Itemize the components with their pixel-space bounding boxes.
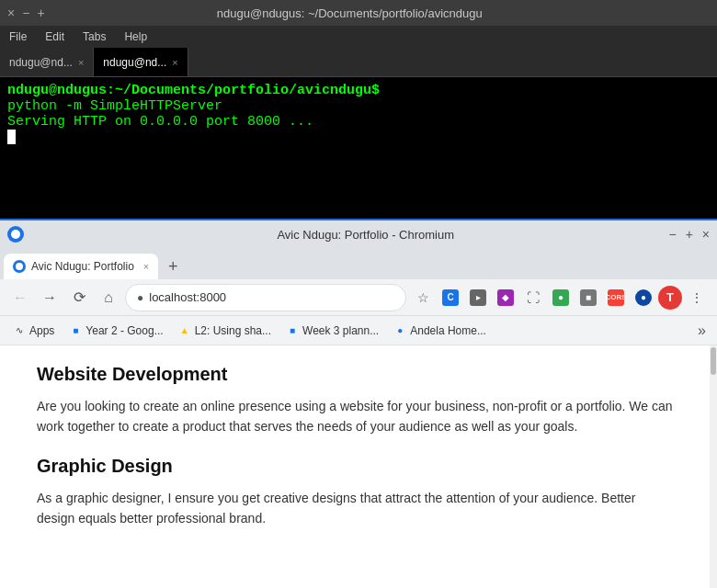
terminal-window: × − + ndugu@ndugus: ~/Documents/portfoli…: [0, 0, 717, 220]
terminal-title: ndugu@ndugus: ~/Documents/portfolio/avic…: [45, 6, 654, 20]
apps-icon: ∿: [13, 324, 26, 337]
address-bar[interactable]: ● localhost:8000: [125, 284, 406, 311]
bookmark-apps[interactable]: ∿ Apps: [7, 322, 60, 339]
browser-maximize-button[interactable]: +: [686, 227, 693, 242]
week3-icon: ■: [286, 324, 299, 337]
browser-close-button[interactable]: ×: [702, 227, 710, 242]
terminal-tab-1[interactable]: ndugu@nd... ×: [0, 48, 94, 76]
terminal-tab-2[interactable]: ndugu@nd... ×: [94, 48, 188, 76]
terminal-prompt-text: ndugu@ndugus:~/Documents/portfolio/avicn…: [7, 83, 380, 98]
browser-content[interactable]: Website Development Are you looking to c…: [0, 345, 710, 588]
bookmark-year2-google-label: Year 2 - Goog...: [85, 324, 163, 337]
browser-titlebar: Avic Ndugu: Portfolio - Chromium − + ×: [0, 220, 717, 248]
l2-icon: ▲: [178, 324, 191, 337]
browser-toolbar: ← → ⟳ ⌂ ● localhost:8000 ☆ C ▸ ◆ ⛶ ● ■: [0, 279, 717, 316]
home-button[interactable]: ⌂: [96, 285, 121, 311]
terminal-content: ndugu@ndugus:~/Documents/portfolio/avicn…: [0, 77, 717, 220]
bookmark-l2-label: L2: Using sha...: [195, 324, 271, 337]
star-button[interactable]: ☆: [410, 285, 436, 311]
section-paragraph-1: Are you looking to create an online pres…: [37, 396, 673, 437]
browser-tab-portfolio[interactable]: Avic Ndugu: Portfolio ×: [4, 254, 158, 279]
avatar[interactable]: T: [658, 286, 682, 310]
browser-title: Avic Ndugu: Portfolio - Chromium: [63, 228, 668, 242]
terminal-line-output: Serving HTTP on 0.0.0.0 port 8000 ...: [7, 114, 710, 130]
bookmark-week3[interactable]: ■ Week 3 plann...: [280, 322, 384, 339]
browser-content-area: Website Development Are you looking to c…: [0, 345, 717, 588]
browser-tab-label: Avic Ndugu: Portfolio: [31, 260, 134, 273]
ext-icon-6[interactable]: ●: [631, 285, 656, 311]
terminal-window-controls: × − +: [7, 6, 45, 20]
toolbar-actions: ☆ C ▸ ◆ ⛶ ● ■ CORS ● T: [410, 285, 710, 311]
year2-google-icon: ■: [69, 324, 82, 337]
terminal-line-command: python -m SimpleHTTPServer: [7, 98, 710, 114]
tab-favicon: [13, 260, 26, 273]
browser-minimize-button[interactable]: −: [668, 227, 676, 242]
ext-icon-4[interactable]: ●: [548, 285, 574, 311]
address-text: localhost:8000: [149, 290, 226, 304]
ext-icon-1[interactable]: C: [438, 285, 463, 311]
terminal-menubar: File Edit Tabs Help: [0, 26, 717, 48]
terminal-line-prompt: ndugu@ndugus:~/Documents/portfolio/avicn…: [7, 83, 710, 98]
andela-icon: ●: [393, 324, 406, 337]
terminal-menu-edit[interactable]: Edit: [40, 28, 70, 45]
bookmark-andela[interactable]: ● Andela Home...: [388, 322, 492, 339]
terminal-menu-help[interactable]: Help: [119, 28, 153, 45]
bookmark-week3-label: Week 3 plann...: [302, 324, 379, 337]
ext-icon-fullscreen[interactable]: ⛶: [520, 285, 546, 311]
terminal-titlebar: × − + ndugu@ndugus: ~/Documents/portfoli…: [0, 0, 717, 26]
terminal-cursor-line: [7, 130, 710, 145]
bookmarks-more-button[interactable]: »: [694, 321, 710, 341]
bookmark-andela-label: Andela Home...: [410, 324, 486, 337]
terminal-menu-tabs[interactable]: Tabs: [77, 28, 111, 45]
terminal-tab-1-close[interactable]: ×: [78, 57, 84, 68]
browser-tab-close[interactable]: ×: [143, 261, 149, 272]
terminal-tab-2-close[interactable]: ×: [172, 57, 177, 68]
terminal-tabs: ndugu@nd... × ndugu@nd... ×: [0, 48, 717, 77]
bookmark-apps-label: Apps: [29, 324, 54, 337]
ext-icon-3[interactable]: ◆: [493, 285, 518, 311]
terminal-close-button[interactable]: ×: [7, 6, 15, 20]
scrollbar-thumb[interactable]: [711, 347, 716, 375]
ext-icon-5[interactable]: ■: [575, 285, 601, 311]
terminal-minimize-button[interactable]: −: [22, 6, 29, 20]
section-paragraph-2: As a graphic designer, I ensure you get …: [37, 488, 673, 529]
browser-menu-button[interactable]: ⋮: [684, 285, 710, 311]
section-heading-2: Graphic Design: [37, 456, 673, 477]
terminal-tab-2-label: ndugu@nd...: [103, 56, 166, 69]
terminal-command-text: python -m SimpleHTTPServer: [7, 98, 222, 114]
terminal-tab-1-label: ndugu@nd...: [9, 56, 73, 69]
terminal-cursor: [7, 130, 16, 144]
terminal-menu-file[interactable]: File: [4, 28, 32, 45]
browser-window-controls: − + ×: [668, 227, 710, 242]
bookmark-l2[interactable]: ▲ L2: Using sha...: [173, 322, 277, 339]
bookmarks-bar: ∿ Apps ■ Year 2 - Goog... ▲ L2: Using sh…: [0, 316, 717, 345]
bookmark-year2-google[interactable]: ■ Year 2 - Goog...: [63, 322, 168, 339]
terminal-output-text: Serving HTTP on 0.0.0.0 port 8000 ...: [7, 114, 313, 130]
back-button[interactable]: ←: [7, 285, 33, 311]
reload-button[interactable]: ⟳: [66, 285, 92, 311]
ext-icon-cors[interactable]: CORS: [603, 285, 629, 311]
browser-scrollbar[interactable]: [710, 345, 717, 588]
section-heading-1: Website Development: [37, 364, 673, 385]
ext-icon-2[interactable]: ▸: [465, 285, 491, 311]
browser-tabs-bar: Avic Ndugu: Portfolio × +: [0, 248, 717, 279]
lock-icon: ●: [137, 291, 143, 304]
new-tab-button[interactable]: +: [160, 254, 186, 279]
terminal-maximize-button[interactable]: +: [37, 6, 44, 20]
browser-window: Avic Ndugu: Portfolio - Chromium − + × A…: [0, 219, 717, 588]
forward-button[interactable]: →: [37, 285, 63, 311]
